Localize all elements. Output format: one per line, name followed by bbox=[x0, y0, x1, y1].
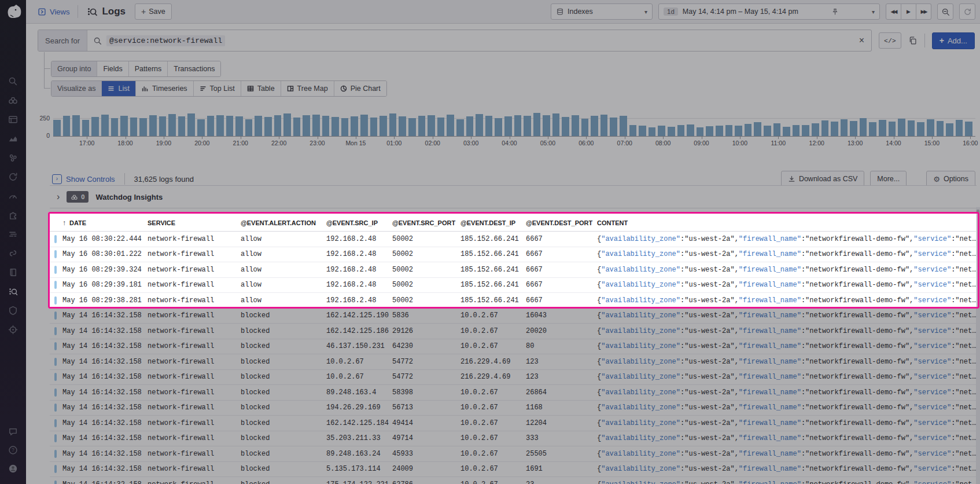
column-header-service[interactable]: SERVICE bbox=[148, 219, 241, 226]
sidebar-item-search[interactable] bbox=[5, 74, 22, 89]
sidebar-item-logs[interactable] bbox=[5, 284, 22, 299]
cell-dest-port: 333 bbox=[526, 434, 597, 442]
sidebar-item-dashboards[interactable] bbox=[5, 112, 22, 127]
cell-dest-port: 1691 bbox=[526, 465, 597, 473]
log-row[interactable]: May 14 16:14:32.158network-firewallblock… bbox=[50, 385, 977, 401]
log-row[interactable]: May 14 16:14:32.158network-firewallblock… bbox=[50, 462, 977, 478]
viz-tab-tree-map[interactable]: Tree Map bbox=[281, 81, 334, 96]
log-search-bar[interactable]: Search for @service:network-firewall × bbox=[38, 30, 872, 52]
shift-forward-button[interactable]: ▶▶ bbox=[916, 3, 931, 20]
row-indicator-bar bbox=[54, 250, 62, 258]
sidebar-item-security[interactable] bbox=[5, 303, 22, 318]
column-header-alert-action[interactable]: @EVENT.ALERT.ACTION bbox=[241, 219, 326, 226]
x-axis-tick-mark bbox=[586, 137, 587, 139]
histogram-bar bbox=[187, 113, 195, 136]
histogram-bar bbox=[841, 119, 848, 136]
column-header-dest-port[interactable]: @EVENT.DEST_PORT bbox=[526, 219, 597, 226]
zoom-out-button[interactable] bbox=[937, 3, 953, 20]
column-header-src-port[interactable]: @EVENT.SRC_PORT bbox=[392, 219, 460, 226]
cell-dest-port: 6667 bbox=[526, 250, 597, 258]
datadog-logo[interactable] bbox=[5, 3, 22, 20]
group-tab-fields[interactable]: Fields bbox=[97, 61, 128, 76]
log-row[interactable]: May 14 16:14:32.158network-firewallblock… bbox=[50, 431, 977, 447]
play-live-button[interactable]: ▶ bbox=[901, 3, 916, 20]
log-row[interactable]: May 16 08:30:01.222network-firewallallow… bbox=[50, 247, 977, 263]
show-controls-link[interactable]: › Show Controls bbox=[52, 174, 115, 184]
shift-back-button[interactable]: ◀◀ bbox=[886, 3, 901, 20]
x-axis-tick-mark bbox=[126, 137, 126, 139]
histogram-bar bbox=[485, 116, 493, 136]
histogram-bar bbox=[370, 118, 378, 136]
log-volume-histogram[interactable]: 250 0 17:0018:0019:0020:0021:0022:0023:0… bbox=[53, 112, 975, 148]
cell-content: {"availability_zone":"us-west-2a","firew… bbox=[597, 388, 977, 397]
x-axis-tick-mark bbox=[932, 137, 933, 139]
log-row[interactable]: May 14 16:14:32.158network-firewallblock… bbox=[50, 401, 977, 416]
viz-tab-table[interactable]: Table bbox=[241, 81, 281, 96]
time-range-picker[interactable]: 1d May 14, 4:14 pm – May 15, 4:14 pm ▾ bbox=[658, 3, 880, 20]
cell-content: {"availability_zone":"us-west-2a","firew… bbox=[597, 281, 977, 289]
log-row[interactable]: May 16 08:29:39.181network-firewallallow… bbox=[50, 278, 977, 294]
log-row[interactable]: May 14 16:14:32.158network-firewallblock… bbox=[50, 339, 977, 355]
column-header-src-ip[interactable]: @EVENT.SRC_IP bbox=[326, 219, 392, 226]
cell-src-port: 45933 bbox=[392, 450, 460, 458]
log-row[interactable]: May 16 08:29:38.281network-firewallallow… bbox=[50, 293, 977, 309]
scrollbar-thumb[interactable] bbox=[977, 210, 979, 308]
viz-tab-top-list[interactable]: Top List bbox=[194, 81, 241, 96]
add-button[interactable]: + Add... bbox=[932, 32, 975, 49]
log-row[interactable]: May 14 16:14:32.158network-firewallblock… bbox=[50, 446, 977, 462]
column-header-dest-ip[interactable]: @EVENT.DEST_IP bbox=[460, 219, 526, 226]
sidebar-item-help[interactable]: ? bbox=[5, 442, 22, 457]
clear-search-icon[interactable]: × bbox=[859, 35, 864, 46]
x-axis-tick-mark bbox=[855, 137, 856, 139]
cell-alert-action: blocked bbox=[241, 358, 326, 366]
cell-dest-port: 123 bbox=[526, 373, 597, 381]
log-row[interactable]: May 14 16:14:32.158network-firewallblock… bbox=[50, 354, 977, 370]
sidebar-item-watchdog[interactable] bbox=[5, 93, 22, 108]
histogram-bar bbox=[399, 116, 406, 136]
sidebar-item-chat[interactable] bbox=[5, 424, 22, 439]
cell-date: May 14 16:14:32.158 bbox=[62, 419, 148, 427]
sidebar-item-pipelines[interactable] bbox=[5, 226, 22, 241]
sidebar-item-monitors[interactable] bbox=[5, 188, 22, 203]
sidebar-item-integrations[interactable] bbox=[5, 207, 22, 222]
viz-tab-timeseries[interactable]: Timeseries bbox=[136, 81, 194, 96]
indexes-dropdown[interactable]: Indexes ▾ bbox=[551, 3, 653, 20]
column-header-date[interactable]: ↑DATE bbox=[62, 219, 148, 227]
cell-dest-ip: 185.152.66.241 bbox=[460, 281, 526, 289]
histogram-bar bbox=[562, 117, 569, 136]
cell-dest-port: 123 bbox=[526, 358, 597, 366]
log-row[interactable]: May 16 08:29:39.324network-firewallallow… bbox=[50, 262, 977, 278]
pin-icon[interactable] bbox=[831, 8, 839, 16]
group-tab-patterns[interactable]: Patterns bbox=[129, 61, 168, 76]
refresh-button[interactable] bbox=[959, 3, 975, 20]
watchdog-insights-row[interactable]: › 0 Watchdog Insights bbox=[50, 185, 977, 208]
column-header-content[interactable]: CONTENT bbox=[597, 219, 977, 226]
log-row[interactable]: May 14 16:14:32.158network-firewallblock… bbox=[50, 370, 977, 386]
infrastructure-icon bbox=[8, 152, 19, 163]
sidebar-item-user-avatar[interactable] bbox=[5, 461, 22, 476]
views-button[interactable]: Views bbox=[38, 8, 69, 16]
sidebar-item-metrics[interactable] bbox=[5, 131, 22, 146]
viz-tab-list[interactable]: List bbox=[102, 81, 135, 96]
raw-query-button[interactable]: </> bbox=[879, 32, 901, 49]
log-row[interactable]: May 14 16:14:32.158network-firewallblock… bbox=[50, 324, 977, 339]
sidebar-item-synthetics[interactable] bbox=[5, 245, 22, 261]
search-query[interactable]: @service:network-firewall bbox=[106, 35, 225, 46]
copy-button[interactable] bbox=[908, 36, 918, 45]
viz-tab-pie-chart[interactable]: Pie Chart bbox=[334, 81, 386, 96]
vertical-scrollbar[interactable] bbox=[976, 207, 980, 484]
sidebar-item-notebooks[interactable] bbox=[5, 265, 22, 280]
log-row[interactable]: May 16 08:30:22.444network-firewallallow… bbox=[50, 232, 977, 247]
row-indicator-bar bbox=[54, 342, 62, 350]
log-row[interactable]: May 14 16:14:32.158network-firewallblock… bbox=[50, 477, 977, 484]
log-row[interactable]: May 14 16:14:32.158network-firewallblock… bbox=[50, 309, 977, 324]
sidebar-item-rum[interactable] bbox=[5, 322, 22, 337]
sidebar-item-apm[interactable] bbox=[5, 169, 22, 184]
timeseries-icon bbox=[142, 85, 149, 92]
sidebar-item-infrastructure[interactable] bbox=[5, 150, 22, 165]
histogram-bar bbox=[773, 123, 781, 136]
save-button[interactable]: + Save bbox=[135, 3, 172, 20]
log-row[interactable]: May 14 16:14:32.158network-firewallblock… bbox=[50, 416, 977, 431]
histogram-bar bbox=[130, 118, 138, 136]
group-tab-transactions[interactable]: Transactions bbox=[168, 61, 220, 76]
